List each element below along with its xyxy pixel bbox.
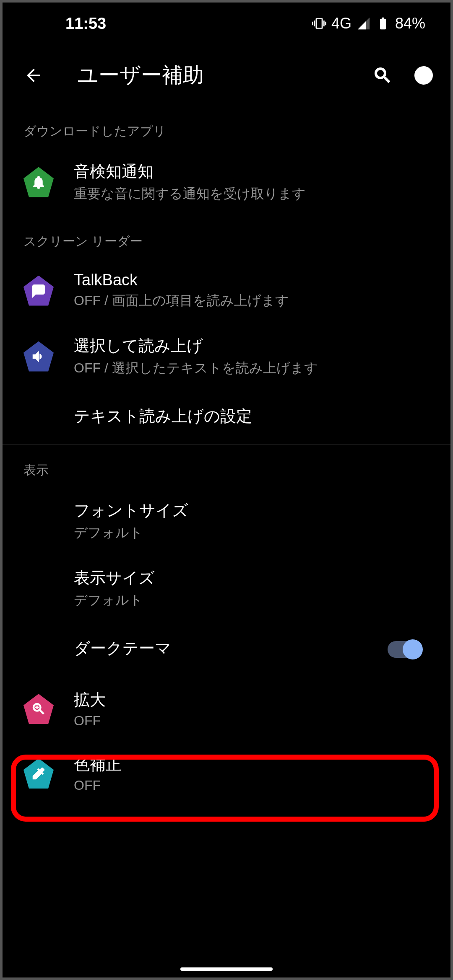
item-subtitle: OFF bbox=[74, 778, 430, 793]
status-network: 4G bbox=[331, 15, 351, 32]
item-title: 音検知通知 bbox=[74, 161, 430, 182]
status-bar: 11:53 4G 84% bbox=[3, 3, 450, 44]
item-font-size[interactable]: フォントサイズ デフォルト bbox=[3, 487, 450, 555]
status-right: 4G 84% bbox=[312, 15, 425, 32]
item-tts-settings[interactable]: テキスト読み上げの設定 bbox=[3, 390, 450, 445]
item-color-correction[interactable]: 色補正 OFF bbox=[3, 741, 450, 806]
item-title: 拡大 bbox=[74, 689, 430, 711]
home-indicator[interactable] bbox=[180, 967, 273, 971]
section-display: 表示 bbox=[3, 445, 450, 487]
help-icon[interactable] bbox=[414, 65, 434, 85]
item-sound-notification[interactable]: 音検知通知 重要な音に関する通知を受け取ります bbox=[3, 148, 450, 216]
item-title: 表示サイズ bbox=[74, 567, 430, 589]
dark-theme-toggle[interactable] bbox=[388, 641, 421, 658]
vibrate-icon bbox=[312, 16, 326, 31]
item-subtitle: OFF / 画面上の項目を読み上げます bbox=[74, 292, 430, 310]
item-display-size[interactable]: 表示サイズ デフォルト bbox=[3, 555, 450, 622]
signal-icon bbox=[357, 16, 371, 31]
item-subtitle: OFF / 選択したテキストを読み上げます bbox=[74, 359, 430, 378]
item-title: テキスト読み上げの設定 bbox=[74, 406, 430, 427]
item-subtitle: デフォルト bbox=[74, 524, 430, 542]
item-title: 選択して読み上げ bbox=[74, 335, 430, 357]
volume-icon bbox=[23, 341, 54, 372]
item-subtitle: 重要な音に関する通知を受け取ります bbox=[74, 185, 430, 203]
item-talkback[interactable]: TalkBack OFF / 画面上の項目を読み上げます bbox=[3, 259, 450, 323]
item-subtitle: デフォルト bbox=[74, 591, 430, 610]
item-select-to-speak[interactable]: 選択して読み上げ OFF / 選択したテキストを読み上げます bbox=[3, 323, 450, 390]
eyedropper-icon bbox=[23, 758, 54, 789]
item-title: フォントサイズ bbox=[74, 500, 430, 521]
page-title: ユーザー補助 bbox=[77, 61, 356, 89]
app-bar: ユーザー補助 bbox=[3, 44, 450, 106]
item-title: 色補正 bbox=[74, 754, 430, 775]
magnify-icon bbox=[23, 694, 54, 724]
item-subtitle: OFF bbox=[74, 713, 430, 729]
status-time: 11:53 bbox=[65, 15, 106, 33]
status-battery: 84% bbox=[395, 15, 425, 32]
item-title: TalkBack bbox=[74, 271, 430, 289]
section-downloaded-apps: ダウンロードしたアプリ bbox=[3, 106, 450, 148]
chat-icon bbox=[23, 276, 54, 306]
back-arrow-icon[interactable] bbox=[23, 65, 44, 85]
section-screen-reader: スクリーン リーダー bbox=[3, 216, 450, 259]
item-magnify[interactable]: 拡大 OFF bbox=[3, 677, 450, 741]
battery-icon bbox=[376, 16, 390, 31]
search-icon[interactable] bbox=[372, 65, 393, 85]
svg-point-1 bbox=[423, 79, 424, 80]
bell-sound-icon bbox=[23, 167, 54, 197]
item-title: ダークテーマ bbox=[74, 638, 388, 659]
item-dark-theme[interactable]: ダークテーマ bbox=[3, 622, 450, 677]
